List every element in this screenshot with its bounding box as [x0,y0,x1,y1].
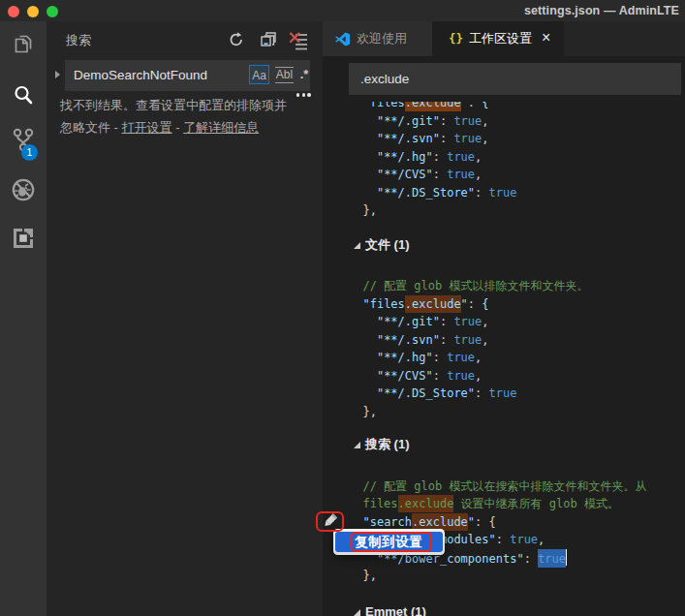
code-line[interactable]: "**/CVS": true, [349,367,482,385]
learn-more-link[interactable]: 了解详细信息 [183,120,259,135]
search-match-highlight: .exclude [405,295,461,313]
code-line[interactable]: "**/.git": true, [349,112,489,131]
code-line[interactable]: "**/.hg": true, [349,148,482,167]
code-line[interactable]: "**/CVS": true, [349,166,482,184]
window-title: settings.json — AdminLTE [524,0,679,21]
settings-search-text: .exclude [360,63,409,95]
close-tab-icon[interactable]: × [542,30,550,46]
search-match-highlight: .exclude [398,495,454,512]
editor-group: 欢迎使用 {} 工作区设置 × "files.exclude": { "**/.… [323,21,685,616]
fold-arrow-icon[interactable] [354,242,360,249]
code-line[interactable]: "**/.DS_Store": true [349,184,516,202]
selected-text: true [538,549,566,568]
search-sidebar: 搜索 [47,21,323,616]
activity-bar: 1 [0,21,47,616]
fold-arrow-icon[interactable] [354,442,360,448]
settings-group-title: 文件 (1) [365,236,410,254]
activity-source-control[interactable]: 1 [0,120,47,167]
traffic-light-zoom[interactable] [47,6,58,17]
code-line[interactable]: }, [349,403,377,421]
code-line[interactable]: "**/.svn": true, [349,331,489,350]
tab-workspace-settings[interactable]: {} 工作区设置 × [432,21,564,56]
search-results-message: 找不到结果。查看设置中配置的排除项并忽略文件 - 打开设置 - 了解详细信息 [60,95,314,139]
vscode-logo-icon [334,31,350,46]
open-settings-link[interactable]: 打开设置 [122,120,172,135]
search-input[interactable]: DemoSearchNotFound Aa Abl .* [65,60,310,91]
tab-welcome-label: 欢迎使用 [357,30,407,47]
settings-group-title: 搜索 (1) [365,436,410,453]
match-case-toggle[interactable]: Aa [249,65,269,84]
tab-bar: 欢迎使用 {} 工作区设置 × [323,21,685,56]
activity-search[interactable] [0,75,47,121]
settings-search-input[interactable]: .exclude [349,63,681,95]
code-line[interactable]: "files.exclude": { [349,295,489,314]
fold-arrow-icon[interactable] [354,609,360,616]
activity-extensions[interactable] [0,217,47,263]
clear-search-results-icon[interactable] [289,31,306,48]
code-line[interactable]: files.exclude 设置中继承所有 glob 模式。 [349,495,619,513]
search-icon [11,83,36,112]
regex-toggle[interactable]: .* [297,65,311,84]
code-line[interactable]: }, [349,567,377,585]
settings-group-header[interactable]: Emmet (1) [354,603,426,616]
no-results-line1: 找不到结果。查看设置中配置的排除项并 [60,95,314,117]
annotation-pencil [316,511,344,533]
code-line[interactable]: "**/.git": true, [349,313,489,331]
activity-explorer[interactable] [0,22,47,69]
search-query-text: DemoSearchNotFound [74,60,207,91]
debug-icon [10,176,37,207]
code-line[interactable]: // 配置 glob 模式以排除文件和文件夹。 [349,277,588,295]
no-results-line2: 忽略文件 - 打开设置 - 了解详细信息 [60,117,314,139]
code-line[interactable]: }, [349,201,377,220]
code-line[interactable]: // 配置 glob 模式以在搜索中排除文件和文件夹。从 [349,477,646,496]
tab-settings-label: 工作区设置 [469,30,532,47]
settings-group-title: Emmet (1) [365,604,426,616]
toggle-replace-icon[interactable] [55,71,60,78]
search-match-highlight: .exclude [412,513,468,531]
scm-badge: 1 [21,144,38,161]
annotation-menu-item [351,532,433,553]
title-bar: settings.json — AdminLTE [0,0,685,21]
text-cursor [566,549,568,566]
refresh-icon[interactable] [228,31,245,48]
extensions-icon [10,225,37,256]
braces-icon: {} [449,31,463,46]
activity-debug[interactable] [0,169,47,215]
sidebar-title: 搜索 [66,32,91,49]
code-line[interactable]: "**/.hg": true, [349,349,482,367]
traffic-light-minimize[interactable] [27,6,39,17]
vscode-window: settings.json — AdminLTE [0,0,685,616]
explorer-icon [11,31,36,60]
whole-word-toggle[interactable]: Abl [274,65,295,84]
settings-search-widget: .exclude [323,56,685,102]
settings-group-header[interactable]: 文件 (1) [354,236,410,255]
code-line[interactable]: "**/.DS_Store": true [349,385,516,403]
code-line[interactable]: "**/.svn": true, [349,130,489,148]
tab-welcome[interactable]: 欢迎使用 [323,21,432,56]
traffic-light-close[interactable] [8,6,19,17]
settings-group-header[interactable]: 搜索 (1) [354,436,410,454]
collapse-all-icon[interactable] [260,31,277,48]
